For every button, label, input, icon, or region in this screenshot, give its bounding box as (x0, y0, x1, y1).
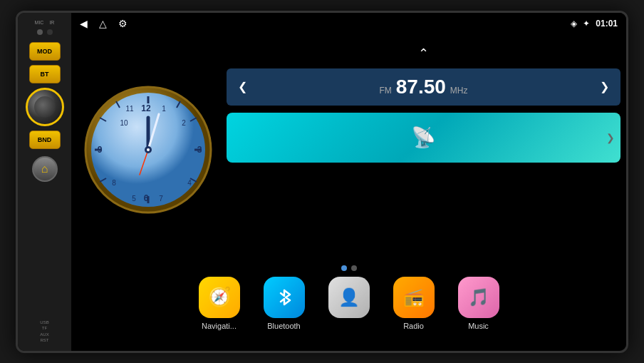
svg-text:6: 6 (144, 193, 149, 203)
app-icon-radio: 📻 (393, 277, 435, 318)
svg-text:10: 10 (120, 119, 128, 127)
music-icon-symbol: 🎵 (468, 287, 489, 307)
svg-text:4: 4 (187, 179, 192, 187)
app-icon-music: 🎵 (458, 277, 499, 318)
main-screen: ◀ △ ⚙ ◈ ✦ 01:01 (71, 13, 626, 351)
bnd-button[interactable]: BND (29, 131, 61, 149)
svg-text:1: 1 (162, 105, 166, 113)
volume-knob-container (26, 88, 64, 126)
radio-signal-icon: 📡 (411, 126, 436, 149)
signal-indicator: ⌃ (227, 46, 620, 61)
usb-label: USB (40, 319, 48, 325)
clock-face: 12 6 3 9 2 10 4 8 7 5 1 11 (84, 86, 212, 214)
app-label-music: Music (468, 322, 489, 330)
rst-label: RST (40, 337, 48, 343)
radio-freq-bar: ❮ FM 87.50 MHz ❯ (227, 68, 620, 106)
svg-text:9: 9 (98, 145, 103, 155)
freq-number: 87.50 (396, 76, 446, 98)
usb-labels: USB TF AUX RST (40, 319, 48, 344)
home-icon: ⌂ (41, 163, 48, 175)
app-item-phone[interactable]: 👤 (322, 277, 375, 322)
app-icon-phone: 👤 (328, 277, 370, 318)
svg-text:3: 3 (197, 145, 202, 155)
ir-dot (47, 29, 53, 35)
settings-icon[interactable]: ⚙ (118, 18, 128, 29)
page-dot-1[interactable] (341, 265, 347, 271)
mic-ir-labels: MIC IR (35, 20, 55, 25)
app-label-bluetooth: Bluetooth (267, 322, 300, 330)
radio-section: ⌃ ❮ FM 87.50 MHz ❯ 📡 ❯ (227, 40, 620, 260)
page-dots (341, 265, 357, 271)
radio-display: 📡 ❯ (227, 113, 620, 163)
app-item-music[interactable]: 🎵 Music (452, 277, 505, 330)
svg-text:7: 7 (159, 195, 163, 203)
radio-next-arrow[interactable]: ❯ (606, 132, 615, 143)
app-label-radio: Radio (403, 322, 424, 330)
mic-dot (37, 29, 43, 35)
app-item-bluetooth[interactable]: Bluetooth (257, 277, 311, 330)
phone-icon-symbol: 👤 (338, 287, 360, 307)
bluetooth-symbol-icon (274, 287, 294, 307)
svg-point-28 (147, 148, 150, 151)
status-bar: ◀ △ ⚙ ◈ ✦ 01:01 (71, 13, 626, 34)
page-dot-2[interactable] (351, 265, 357, 271)
radio-icon-symbol: 📻 (403, 287, 425, 307)
app-icon-navigation: 🧭 (199, 277, 240, 318)
svg-text:11: 11 (125, 105, 134, 113)
mod-button[interactable]: MOD (29, 42, 61, 61)
status-right: ◈ ✦ 01:01 (571, 19, 618, 29)
mic-ir-row (37, 29, 53, 35)
svg-text:8: 8 (112, 179, 116, 187)
home-button[interactable]: ⌂ (32, 156, 58, 182)
freq-prev-button[interactable]: ❮ (238, 80, 247, 93)
nav-icons: ◀ △ ⚙ (80, 18, 128, 29)
app-item-navigation[interactable]: 🧭 Navigati... (192, 277, 246, 330)
gps-status-icon: ◈ (571, 19, 577, 29)
knob-inner (34, 96, 56, 118)
volume-knob[interactable] (26, 88, 64, 126)
app-grid-section: 🧭 Navigati... Bluetooth 👤 (71, 265, 626, 351)
ir-label: IR (49, 20, 54, 25)
app-row: 🧭 Navigati... Bluetooth 👤 (192, 277, 505, 330)
app-icon-bluetooth (264, 277, 305, 318)
tf-label: TF (40, 325, 48, 331)
freq-band: FM (379, 86, 391, 96)
left-panel: MIC IR MOD BT BND ⌂ USB TF AUX RST (18, 13, 71, 351)
mic-label: MIC (35, 20, 44, 25)
device-frame: MIC IR MOD BT BND ⌂ USB TF AUX RST (16, 11, 628, 353)
nav-icon-symbol: 🧭 (208, 286, 231, 308)
time-display: 01:01 (596, 19, 618, 29)
bt-button[interactable]: BT (29, 65, 61, 83)
svg-text:2: 2 (182, 119, 186, 127)
home-nav-icon[interactable]: △ (99, 18, 107, 29)
freq-unit: MHz (450, 86, 468, 96)
freq-next-button[interactable]: ❯ (600, 80, 609, 93)
svg-text:12: 12 (141, 103, 151, 113)
bluetooth-status-icon: ✦ (583, 19, 590, 29)
app-label-navigation: Navigati... (202, 322, 237, 330)
svg-text:5: 5 (132, 195, 136, 203)
back-icon[interactable]: ◀ (80, 18, 88, 29)
clock-svg: 12 6 3 9 2 10 4 8 7 5 1 11 (84, 86, 212, 214)
app-item-radio[interactable]: 📻 Radio (387, 277, 440, 330)
main-content: 12 6 3 9 2 10 4 8 7 5 1 11 (71, 34, 626, 265)
clock-section: 12 6 3 9 2 10 4 8 7 5 1 11 (77, 40, 219, 260)
signal-up-icon: ⌃ (418, 46, 429, 61)
aux-label: AUX (40, 332, 48, 337)
